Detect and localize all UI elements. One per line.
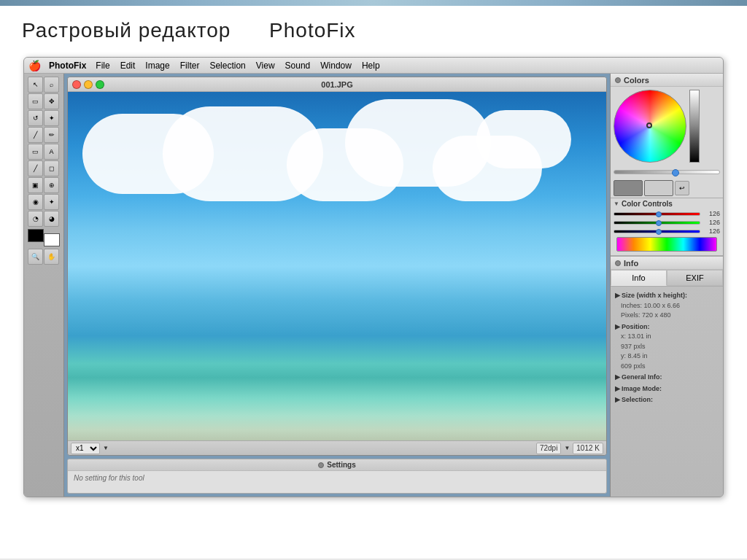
page-title-area: Растровый редактор PhotoFix [0, 6, 747, 50]
tool-dodge[interactable]: ◔ [28, 211, 43, 227]
menu-view[interactable]: View [251, 61, 280, 71]
image-statusbar: x1 x2 x0.5 ▼ 72dpi ▼ 1012 K [68, 440, 606, 455]
color-sliders-area [611, 166, 723, 179]
red-control-row: 126 [614, 210, 720, 217]
tool-clone[interactable]: ⊕ [44, 177, 59, 193]
tab-exif[interactable]: EXIF [667, 270, 723, 286]
color-controls-label: Color Controls [622, 200, 673, 208]
tool-rect-select[interactable]: ▭ [28, 93, 43, 109]
size-arrow-icon: ▶ [615, 291, 620, 301]
color-swatch-new[interactable] [644, 180, 673, 196]
settings-label: Settings [327, 461, 355, 469]
app-content: ↖ ⌕ ▭ ✥ ↺ ✦ ╱ ✏ ▭ A [24, 74, 723, 497]
blue-value: 126 [703, 228, 720, 235]
foreground-color-swatch[interactable] [28, 229, 44, 242]
mode-arrow-icon: ▶ [615, 384, 620, 394]
position-section-header: ▶ Position: [615, 322, 719, 332]
background-color-swatch[interactable] [44, 233, 60, 246]
size-pixels: Pixels: 720 x 480 [615, 311, 719, 321]
tool-burn[interactable]: ◕ [44, 211, 59, 227]
close-button[interactable] [72, 80, 81, 89]
tool-group-3: ↺ ✦ [28, 110, 60, 126]
position-arrow-icon: ▶ [615, 322, 620, 332]
green-control-row: 126 [614, 219, 720, 226]
window-controls [72, 80, 104, 89]
color-wheel[interactable] [614, 90, 686, 163]
red-slider[interactable] [614, 212, 700, 216]
menu-image[interactable]: Image [140, 61, 174, 71]
pos-y-label: y: 8.45 in [615, 351, 719, 362]
color-controls-arrow: ▼ [614, 201, 619, 207]
tool-pen[interactable]: ✏ [44, 127, 59, 143]
tool-wand[interactable]: ✦ [44, 110, 59, 126]
title-part1: Растровый редактор [22, 19, 231, 42]
color-wheel-dot [646, 122, 652, 128]
gray-slider-1[interactable] [614, 170, 720, 174]
menu-window[interactable]: Window [315, 61, 357, 71]
app-name-menu[interactable]: PhotoFix [44, 61, 90, 71]
page-title: Растровый редактор PhotoFix [22, 19, 725, 42]
menu-bar: 🍎 PhotoFix File Edit Image Filter Select… [24, 58, 723, 74]
menu-sound[interactable]: Sound [280, 61, 316, 71]
right-panel: Colors [610, 74, 723, 497]
blue-slider[interactable] [614, 230, 700, 233]
selection-label: Selection: [622, 395, 653, 405]
maximize-button[interactable] [96, 80, 104, 89]
color-picker-icon[interactable]: ↩ [675, 181, 689, 195]
tool-fill[interactable]: ▣ [28, 177, 43, 193]
red-value: 126 [703, 210, 720, 217]
tool-zoom[interactable]: 🔍 [28, 249, 43, 265]
info-panel-title: Info [624, 259, 638, 268]
settings-title: Settings [68, 459, 606, 471]
tool-blur[interactable]: ◉ [28, 194, 43, 210]
tool-brush[interactable]: ╱ [28, 160, 43, 176]
menu-edit[interactable]: Edit [115, 61, 141, 71]
center-area: 001.JPG x1 [64, 74, 610, 497]
status-dpi: 72dpi [536, 443, 561, 454]
app-window: 🍎 PhotoFix File Edit Image Filter Select… [23, 57, 724, 497]
menu-help[interactable]: Help [357, 61, 385, 71]
tool-text[interactable]: A [44, 144, 59, 160]
blue-control-row: 126 [614, 228, 720, 235]
color-controls-header: ▼ Color Controls [614, 200, 720, 208]
green-slider[interactable] [614, 221, 700, 225]
tool-rotate[interactable]: ↺ [28, 110, 43, 126]
selection-header: ▶ Selection: [615, 395, 719, 405]
image-canvas[interactable] [68, 92, 606, 440]
tool-pointer[interactable]: ↖ [28, 77, 43, 93]
settings-content: No setting for this tool [68, 471, 606, 485]
brightness-slider[interactable] [689, 90, 700, 163]
color-wheel-area [611, 87, 723, 166]
tab-info[interactable]: Info [611, 270, 667, 286]
info-panel: Info Info EXIF ▶ Size (width x height): … [611, 256, 723, 497]
tool-group-7: ▣ ⊕ [28, 177, 60, 193]
color-swatch-current[interactable] [614, 180, 643, 196]
pos-x-px: 937 pxls [615, 342, 719, 352]
apple-menu[interactable]: 🍎 [24, 60, 44, 71]
tool-rect[interactable]: ▭ [28, 144, 43, 160]
tool-lasso[interactable]: ⌕ [44, 77, 59, 93]
tool-line[interactable]: ╱ [28, 127, 43, 143]
tool-eraser[interactable]: ◻ [44, 160, 59, 176]
general-label: General Info: [622, 373, 662, 383]
tool-move[interactable]: ✥ [44, 93, 59, 109]
top-decorative-strip [0, 0, 747, 6]
blue-thumb [656, 229, 662, 235]
info-panel-titlebar: Info [611, 257, 723, 270]
color-controls: ▼ Color Controls 126 [611, 198, 723, 255]
minimize-button[interactable] [84, 80, 93, 89]
image-mode-header: ▶ Image Mode: [615, 384, 719, 394]
tool-sharpen[interactable]: ✦ [44, 194, 59, 210]
menu-file[interactable]: File [90, 61, 115, 71]
general-info-header: ▶ General Info: [615, 373, 719, 383]
tool-group-1: ↖ ⌕ [28, 77, 60, 93]
info-panel-dot [615, 260, 621, 266]
menu-selection[interactable]: Selection [204, 61, 250, 71]
zoom-select[interactable]: x1 x2 x0.5 [71, 443, 100, 454]
image-window: 001.JPG x1 [67, 77, 607, 456]
image-filename: 001.JPG [321, 80, 352, 89]
menu-filter[interactable]: Filter [175, 61, 205, 71]
colors-panel-title: Colors [624, 76, 649, 85]
tool-group-2: ▭ ✥ [28, 93, 60, 109]
tool-hand[interactable]: ✋ [44, 249, 59, 265]
